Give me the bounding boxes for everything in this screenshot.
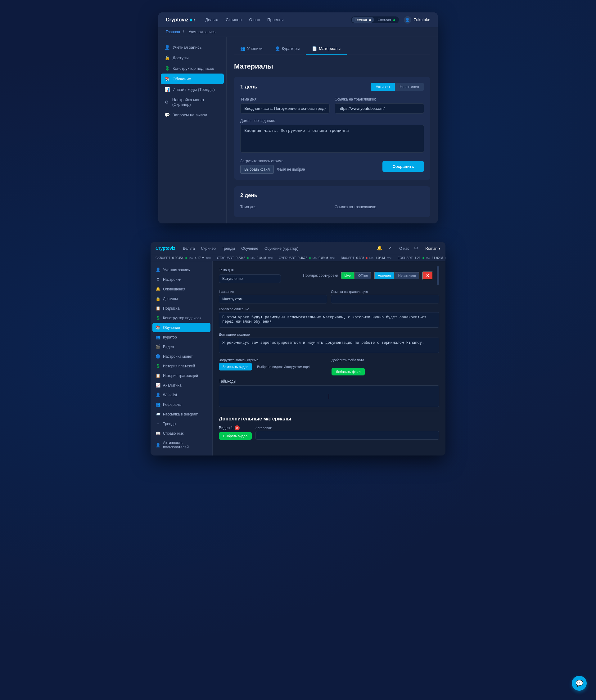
- theme-light-btn[interactable]: Светлая: [375, 17, 398, 23]
- tab-materials[interactable]: 📄 Материалы: [306, 43, 347, 55]
- selected-file-text: Выбрано видео: Инструктом.mp4: [257, 365, 310, 369]
- lesson-stream-input[interactable]: [331, 295, 439, 304]
- tab-curators[interactable]: 👤 Кураторы: [269, 43, 306, 55]
- topic-day-input[interactable]: [219, 274, 281, 283]
- nav1-delta[interactable]: Дельта: [205, 17, 218, 22]
- add-file-btn[interactable]: Добавить файл: [331, 368, 365, 375]
- video-header-input[interactable]: [255, 431, 439, 440]
- breadcrumb-current: Учетная запись: [189, 30, 216, 34]
- lesson-stream-group: Ссылка на трансляцию: [331, 290, 439, 304]
- s2-telegram[interactable]: 📨 Рассылка в telegram: [151, 409, 212, 419]
- logo2-line1: Crypto: [155, 246, 170, 251]
- ticker-price-ctxc: 0.2345: [236, 256, 246, 260]
- s2-tx-history[interactable]: 📋 История транзакций: [151, 371, 212, 381]
- breadcrumb-home[interactable]: Главная: [166, 30, 180, 34]
- lesson-active-btn[interactable]: Активен: [374, 272, 394, 279]
- s2-user-activity[interactable]: 👤 Активность пользователей: [151, 438, 212, 452]
- ticker-ma-ckb: MA: [189, 257, 193, 260]
- s2-handbook[interactable]: 📖 Справочник: [151, 429, 212, 438]
- timecodes-textarea[interactable]: [219, 385, 439, 407]
- lesson-upload-controls: Заменить видео Выбрано видео: Инструктом…: [219, 363, 327, 370]
- s2-training-icon: 📚: [155, 325, 160, 330]
- s2-referrals[interactable]: 👥 Рефералы: [151, 400, 212, 409]
- s2-trends[interactable]: ↑ Тренды: [151, 419, 212, 429]
- tab-students[interactable]: 👥 Ученики: [234, 43, 269, 55]
- sidebar1-account[interactable]: 👤 Учетная запись: [158, 42, 226, 52]
- replace-video-btn[interactable]: Заменить видео: [219, 363, 252, 370]
- nav2-delta[interactable]: Дельта: [183, 247, 195, 251]
- sidebar1-withdrawal[interactable]: 💬 Запросы на вывод: [158, 109, 226, 120]
- day1-title: 1 день: [240, 84, 257, 90]
- s2-subscription[interactable]: 📋 Подписка: [151, 304, 212, 313]
- nav1-screener[interactable]: Скринер: [226, 17, 242, 22]
- theme-dark-btn[interactable]: Тёмная: [352, 17, 374, 23]
- lesson-header: Тема дня Порядок сортировки Live Offline…: [219, 266, 439, 285]
- day1-topic-input[interactable]: [240, 103, 330, 113]
- s2-access-icon: 🔒: [155, 296, 160, 301]
- chat-bubble-btn[interactable]: 💬: [572, 676, 587, 691]
- s2-coin-settings[interactable]: 🔵 Настройка монет: [151, 352, 212, 361]
- ticker-ckbusdt: CKBUSDT 0.00454 MA 4.17 M RSI: [155, 256, 211, 260]
- nav2-training[interactable]: Обучение: [241, 247, 258, 251]
- s2-whitelist[interactable]: 👤 Whitelist: [151, 390, 212, 400]
- ticker-ma-val-cypr: 0.89 M: [319, 256, 328, 260]
- live-btn[interactable]: Live: [341, 272, 354, 279]
- topic-day-label: Тема дня: [219, 268, 281, 272]
- s2-video[interactable]: 🎬 Видео: [151, 342, 212, 352]
- nav2-training-curator[interactable]: Обучение (куратор): [265, 247, 298, 251]
- nav2-user[interactable]: Roman ▾: [425, 247, 441, 251]
- screen2: Cryptoviz Дельта Скринер Тренды Обучение…: [151, 242, 445, 456]
- ticker-dot-ctxc: [247, 257, 249, 259]
- lesson-desc-textarea[interactable]: В этом уроке будут размещены вспомогател…: [219, 312, 439, 328]
- lesson-name-input[interactable]: [219, 295, 327, 304]
- scroll-handle[interactable]: [437, 266, 439, 285]
- s2-training[interactable]: 📚 Обучение: [152, 323, 210, 332]
- s2-payment-history[interactable]: 💲 История платежей: [151, 361, 212, 371]
- day1-choose-file-btn[interactable]: Выбрать файл: [240, 165, 274, 174]
- lesson-hw-group: Домашнее задание Я рекомендую вам зареги…: [219, 333, 439, 354]
- day1-active-btn[interactable]: Активен: [371, 83, 395, 91]
- lesson-name-group: Название: [219, 290, 327, 304]
- offline-btn[interactable]: Offline: [354, 272, 372, 279]
- lesson-hw-textarea[interactable]: Я рекомендую вам зарегистрироваться и из…: [219, 338, 439, 353]
- choose-video-btn[interactable]: Выбрать видео: [219, 432, 252, 440]
- remove-video-btn[interactable]: ✕: [235, 425, 240, 430]
- share-icon[interactable]: ↗: [388, 245, 394, 252]
- s2-access[interactable]: 🔒 Доступы: [151, 294, 212, 304]
- nav2-screener[interactable]: Скринер: [201, 247, 216, 251]
- day1-stream-input[interactable]: [334, 103, 424, 113]
- s2-analytics[interactable]: 📈 Аналитика: [151, 381, 212, 390]
- sidebar1-access[interactable]: 🔒 Доступы: [158, 52, 226, 63]
- day1-hw-textarea[interactable]: Вводная часть. Погружение в основы треди…: [240, 125, 424, 153]
- sidebar1-subscriptions[interactable]: 💲 Конструктор подписок: [158, 63, 226, 74]
- bell-icon[interactable]: 🔔: [377, 245, 383, 252]
- s2-notifications[interactable]: 🔔 Оповещения: [151, 284, 212, 294]
- sidebar1-coins[interactable]: ⚙ Настройка монет (Скринер): [158, 95, 226, 109]
- s2-account[interactable]: 👤 Учетная запись: [151, 265, 212, 275]
- logo1[interactable]: Cryptoviz●r: [166, 16, 195, 23]
- delete-btn[interactable]: ✕: [422, 271, 433, 280]
- sidebar1-invite[interactable]: 📊 Инвайт-коды (Тренды): [158, 84, 226, 95]
- ticker-price-eos: 1.21: [415, 256, 420, 260]
- lesson-inactive-btn[interactable]: Не активен: [395, 272, 420, 279]
- nav2-trends[interactable]: Тренды: [222, 247, 235, 251]
- nav1-projects[interactable]: Проекты: [267, 17, 283, 22]
- nav2-about[interactable]: О нас: [399, 247, 409, 251]
- s2-settings[interactable]: ⚙ Настройки: [151, 275, 212, 284]
- content1: 👤 Учетная запись 🔒 Доступы 💲 Конструктор…: [158, 37, 438, 224]
- timecodes-cursor: [329, 394, 329, 399]
- day1-save-btn[interactable]: Сохранить: [382, 161, 424, 172]
- logo2[interactable]: Cryptoviz: [155, 246, 175, 251]
- ticker-ma-eos: MA: [426, 257, 430, 260]
- nav1-user[interactable]: 👤 Zukutoke: [404, 16, 430, 24]
- ticker-pair-dia: DIAUSDT: [341, 256, 354, 260]
- nav1-about[interactable]: О нас: [249, 17, 260, 22]
- s2-video-icon: 🎬: [155, 344, 160, 349]
- s2-curator[interactable]: 👥 Куратор: [151, 332, 212, 342]
- settings-icon[interactable]: ⚙: [414, 245, 420, 252]
- screen1: Cryptoviz●r Дельта Скринер О нас Проекты…: [158, 12, 438, 224]
- day1-inactive-btn[interactable]: Не активен: [395, 83, 424, 91]
- sidebar1-training[interactable]: 📚 Обучение: [161, 74, 224, 84]
- ticker-rsi-ctxc: RSI: [268, 257, 273, 260]
- s2-sub-constructor[interactable]: 💲 Конструктор подписок: [151, 313, 212, 323]
